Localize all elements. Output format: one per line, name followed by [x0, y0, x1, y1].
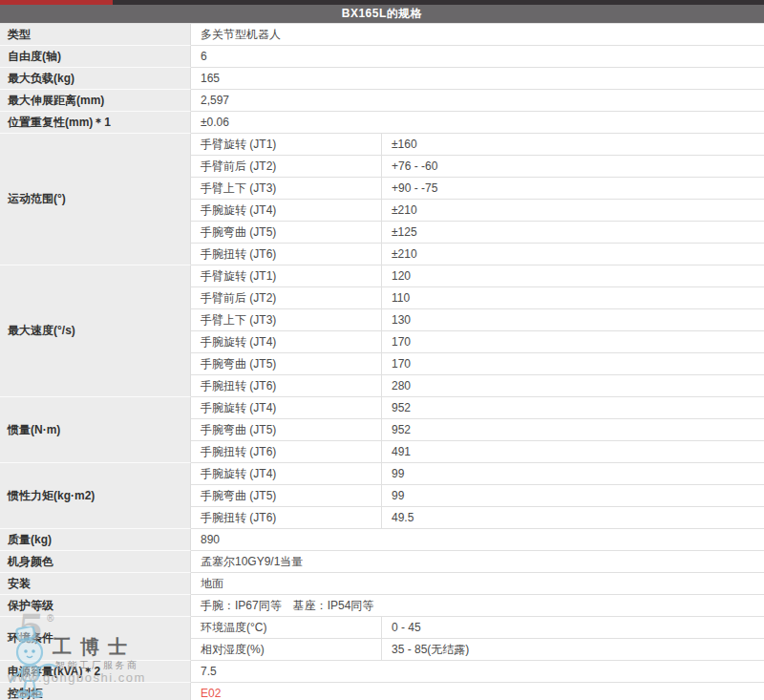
spec-subrow: 惯量(N·m)手腕旋转 (JT4)952	[0, 397, 764, 419]
spec-value: 130	[382, 309, 764, 331]
spec-subrow: 运动范围(°)手臂旋转 (JT1)±160	[0, 134, 764, 156]
spec-value: +76 - -60	[382, 156, 764, 178]
spec-value: ±125	[382, 222, 764, 244]
row-label: 控制柜	[0, 683, 191, 700]
spec-value: 110	[382, 287, 764, 309]
spec-value: 49.5	[382, 507, 764, 529]
spec-value: 35 - 85(无结露)	[382, 639, 764, 661]
spec-row: 类型多关节型机器人	[0, 24, 764, 46]
row-label: 安装	[0, 573, 191, 595]
spec-value: 165	[191, 68, 764, 90]
spec-value: +90 - -75	[382, 178, 764, 200]
spec-table: 类型多关节型机器人自由度(轴)6最大负载(kg)165最大伸展距离(mm)2,5…	[0, 23, 764, 700]
top-strip	[0, 0, 764, 5]
spec-value: 6	[191, 46, 764, 68]
spec-row: 安装地面	[0, 573, 764, 595]
sub-row-label: 手腕旋转 (JT4)	[191, 200, 382, 222]
row-label: 机身颜色	[0, 551, 191, 573]
row-label: 最大速度(°/s)	[0, 265, 191, 397]
spec-value: 2,597	[191, 90, 764, 112]
sub-row-label: 手臂前后 (JT2)	[191, 287, 382, 309]
spec-row: 控制柜E02	[0, 683, 764, 700]
spec-row: 机身颜色孟塞尔10GY9/1当量	[0, 551, 764, 573]
sub-row-label: 手腕旋转 (JT4)	[191, 331, 382, 353]
sub-row-label: 手腕旋转 (JT4)	[191, 397, 382, 419]
row-label: 最大伸展距离(mm)	[0, 90, 191, 112]
sub-row-label: 手臂上下 (JT3)	[191, 309, 382, 331]
row-label: 环境条件	[0, 617, 191, 661]
spec-row: 保护等级手腕：IP67同等 基座：IP54同等	[0, 595, 764, 617]
sub-row-label: 手腕扭转 (JT6)	[191, 375, 382, 397]
spec-value: 491	[382, 441, 764, 463]
spec-subrow: 环境条件环境温度(°C)0 - 45	[0, 617, 764, 639]
spec-value: 952	[382, 419, 764, 441]
spec-row: 电源容量(kVA)＊27.5	[0, 661, 764, 683]
spec-value: ±160	[382, 134, 764, 156]
spec-value: E02	[191, 683, 764, 700]
spec-value: 890	[191, 529, 764, 551]
row-label: 最大负载(kg)	[0, 68, 191, 90]
spec-page: BX165L的规格 类型多关节型机器人自由度(轴)6最大负载(kg)165最大伸…	[0, 0, 764, 700]
sub-row-label: 手腕弯曲 (JT5)	[191, 222, 382, 244]
spec-value: 手腕：IP67同等 基座：IP54同等	[191, 595, 764, 617]
spec-value: 170	[382, 331, 764, 353]
sub-row-label: 手腕扭转 (JT6)	[191, 244, 382, 265]
sub-row-label: 手腕扭转 (JT6)	[191, 441, 382, 463]
spec-value: 99	[382, 463, 764, 485]
page-title: BX165L的规格	[0, 5, 764, 23]
sub-row-label: 手臂旋转 (JT1)	[191, 134, 382, 156]
row-label: 惯性力矩(kg·m2)	[0, 463, 191, 529]
spec-value: 孟塞尔10GY9/1当量	[191, 551, 764, 573]
row-label: 质量(kg)	[0, 529, 191, 551]
spec-row: 最大负载(kg)165	[0, 68, 764, 90]
top-strip-accent	[0, 0, 113, 5]
row-label: 惯量(N·m)	[0, 397, 191, 463]
spec-value: 7.5	[191, 661, 764, 683]
spec-value: ±210	[382, 200, 764, 222]
sub-row-label: 手臂前后 (JT2)	[191, 156, 382, 178]
row-label: 类型	[0, 24, 191, 46]
spec-value: 多关节型机器人	[191, 24, 764, 46]
spec-value: 120	[382, 265, 764, 287]
row-label: 位置重复性(mm)＊1	[0, 112, 191, 134]
spec-value: 280	[382, 375, 764, 397]
spec-value: 99	[382, 485, 764, 507]
spec-row: 位置重复性(mm)＊1±0.06	[0, 112, 764, 134]
sub-row-label: 手腕弯曲 (JT5)	[191, 353, 382, 375]
spec-row: 最大伸展距离(mm)2,597	[0, 90, 764, 112]
row-label: 运动范围(°)	[0, 134, 191, 265]
spec-value: ±210	[382, 244, 764, 265]
sub-row-label: 手臂上下 (JT3)	[191, 178, 382, 200]
row-label: 自由度(轴)	[0, 46, 191, 68]
sub-row-label: 手腕弯曲 (JT5)	[191, 485, 382, 507]
spec-row: 自由度(轴)6	[0, 46, 764, 68]
spec-value: 952	[382, 397, 764, 419]
sub-row-label: 相对湿度(%)	[191, 639, 382, 661]
row-label: 保护等级	[0, 595, 191, 617]
sub-row-label: 环境温度(°C)	[191, 617, 382, 639]
spec-row: 质量(kg)890	[0, 529, 764, 551]
sub-row-label: 手腕扭转 (JT6)	[191, 507, 382, 529]
spec-value: 0 - 45	[382, 617, 764, 639]
spec-value: 地面	[191, 573, 764, 595]
sub-row-label: 手臂旋转 (JT1)	[191, 265, 382, 287]
sub-row-label: 手腕旋转 (JT4)	[191, 463, 382, 485]
spec-value: ±0.06	[191, 112, 764, 134]
spec-value: 170	[382, 353, 764, 375]
row-label: 电源容量(kVA)＊2	[0, 661, 191, 683]
sub-row-label: 手腕弯曲 (JT5)	[191, 419, 382, 441]
spec-subrow: 最大速度(°/s)手臂旋转 (JT1)120	[0, 265, 764, 287]
spec-subrow: 惯性力矩(kg·m2)手腕旋转 (JT4)99	[0, 463, 764, 485]
